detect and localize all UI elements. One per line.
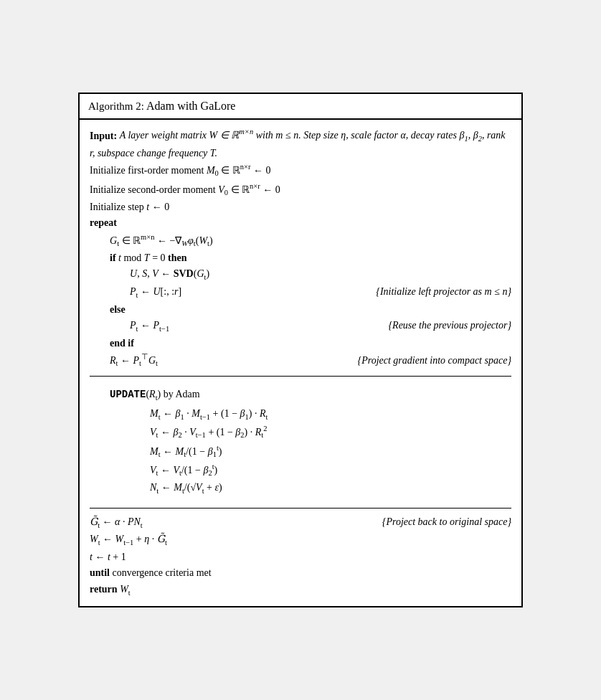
R-line: Rt ← Pt⊤Gt {Project gradient into compac… [110, 351, 511, 370]
update-v1-content: Vt ← β2 · Vt−1 + (1 − β2) · Rt2 [150, 423, 511, 442]
update-N-content: Nt ← Mt/(√Vt + ε) [150, 480, 511, 498]
proj-reuse-comment: {Reuse the previous projector} [374, 318, 511, 334]
until-content: until convergence criteria met [90, 565, 511, 581]
input-content: Input: A layer weight matrix W ∈ ℝm×n wi… [90, 127, 511, 162]
svd-content: U, S, V ← SVD(Gt) [130, 266, 511, 284]
return-line: return Wt [90, 582, 511, 600]
t-update-content: t ← t + 1 [90, 549, 511, 565]
else-content: else [110, 302, 511, 318]
update-v2-content: Vt ← Vt/(1 − β2t) [150, 461, 511, 480]
proj-init-comment: {Initialize left projector as m ≤ n} [361, 284, 511, 300]
svd-line: U, S, V ← SVD(Gt) [130, 266, 511, 284]
update-header-content: UPDATE(Rt) by Adam [110, 387, 511, 405]
input-line: Input: A layer weight matrix W ∈ ℝm×n wi… [90, 127, 511, 162]
init-t-line: Initialize step t ← 0 [90, 199, 511, 215]
return-content: return Wt [90, 582, 511, 600]
W-update-content: Wt ← Wt−1 + η · G̃t [90, 531, 511, 549]
proj-back-content: G̃t ← α · PNt [90, 514, 368, 532]
update-v2-line: Vt ← Vt/(1 − β2t) [150, 461, 511, 480]
proj-reuse-line: Pt ← Pt−1 {Reuse the previous projector} [130, 318, 511, 336]
algorithm-label: Algorithm 2: [88, 100, 144, 112]
algorithm-title: Algorithm 2: Adam with GaLore [80, 94, 521, 120]
divider-1 [90, 376, 511, 377]
update-N-line: Nt ← Mt/(√Vt + ε) [150, 480, 511, 498]
input-text: A layer weight matrix W ∈ ℝm×n with m ≤ … [90, 130, 506, 159]
proj-init-line: Pt ← U[:, :r] {Initialize left projector… [130, 284, 511, 302]
divider-2 [90, 508, 511, 509]
init-t-content: Initialize step t ← 0 [90, 199, 511, 215]
endif-content: end if [110, 336, 511, 351]
init-v0-content: Initialize second-order moment V0 ∈ ℝn×r… [90, 181, 511, 199]
init-v0-line: Initialize second-order moment V0 ∈ ℝn×r… [90, 181, 511, 199]
repeat-content: repeat [90, 215, 511, 231]
init-m0-content: Initialize first-order moment M0 ∈ ℝn×r … [90, 161, 511, 180]
t-update-line: t ← t + 1 [90, 549, 511, 565]
algorithm-container: Algorithm 2: Adam with GaLore Input: A l… [78, 93, 523, 607]
init-m0-line: Initialize first-order moment M0 ∈ ℝn×r … [90, 161, 511, 180]
if-line: if t mod T = 0 then [110, 250, 511, 266]
proj-reuse-content: Pt ← Pt−1 [130, 318, 374, 336]
proj-back-line: G̃t ← α · PNt {Project back to original … [90, 514, 511, 532]
algorithm-body: Input: A layer weight matrix W ∈ ℝm×n wi… [80, 120, 521, 606]
update-m2-content: Mt ← Mt/(1 − β1t) [150, 443, 511, 461]
update-header-line: UPDATE(Rt) by Adam [110, 387, 511, 405]
endif-line: end if [110, 336, 511, 351]
gradient-line: Gt ∈ ℝm×n ← −∇Wφt(Wt) [110, 232, 511, 250]
until-line: until convergence criteria met [90, 565, 511, 581]
proj-back-comment: {Project back to original space} [368, 514, 511, 530]
R-comment: {Project gradient into compact space} [344, 353, 511, 369]
W-update-line: Wt ← Wt−1 + η · G̃t [90, 531, 511, 549]
repeat-line: repeat [90, 215, 511, 231]
update-section: UPDATE(Rt) by Adam Mt ← β1 · Mt−1 + (1 −… [90, 382, 511, 502]
input-label: Input: [90, 130, 117, 141]
proj-init-content: Pt ← U[:, :r] [130, 284, 361, 302]
update-m1-content: Mt ← β1 · Mt−1 + (1 − β1) · Rt [150, 406, 511, 424]
update-v1-line: Vt ← β2 · Vt−1 + (1 − β2) · Rt2 [150, 423, 511, 442]
else-line: else [110, 302, 511, 318]
algorithm-name: Adam with GaLore [146, 100, 235, 112]
update-m2-line: Mt ← Mt/(1 − β1t) [150, 443, 511, 461]
gradient-content: Gt ∈ ℝm×n ← −∇Wφt(Wt) [110, 232, 511, 250]
if-content: if t mod T = 0 then [110, 250, 511, 266]
update-m1-line: Mt ← β1 · Mt−1 + (1 − β1) · Rt [150, 406, 511, 424]
R-content: Rt ← Pt⊤Gt [110, 351, 344, 370]
